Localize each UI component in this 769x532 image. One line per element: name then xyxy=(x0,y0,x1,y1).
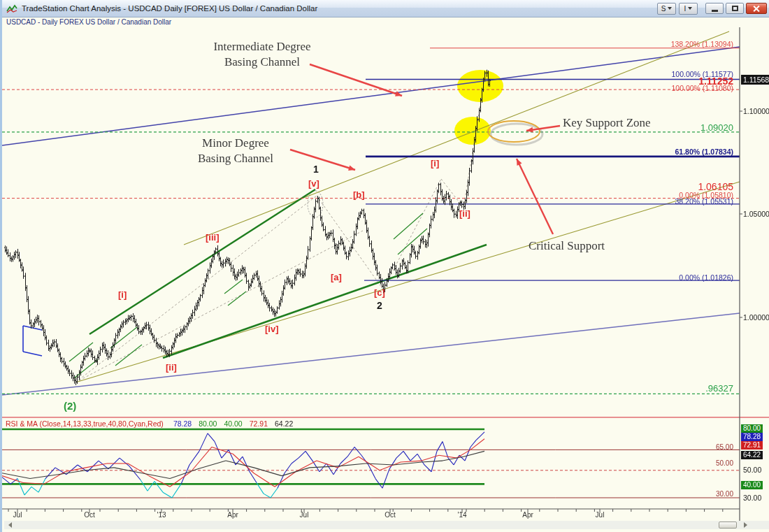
rsi-legend-value: 78.28 xyxy=(173,419,192,428)
rsi-legend-value: 72.91 xyxy=(250,419,268,428)
scrollbar-thumb[interactable] xyxy=(719,522,737,529)
x-axis-label: Oct xyxy=(82,511,96,519)
scroll-left-icon[interactable] xyxy=(8,522,12,528)
chevron-down-icon xyxy=(668,7,672,10)
wave-label: [c] xyxy=(374,287,385,298)
critical-support-note: Critical Support xyxy=(529,238,633,254)
wave-label: [ii] xyxy=(459,208,470,219)
wave-label: [b] xyxy=(353,189,365,200)
fib-label: 1.09020 xyxy=(700,122,733,133)
fib-label: 38.20% (1.05531) xyxy=(675,197,733,206)
rsi-inpane-label: 50.00 xyxy=(716,459,733,467)
window-title: TradeStation Chart Analysis - USDCAD Dai… xyxy=(22,4,654,13)
rsi-axis-badge: 78.28 xyxy=(741,433,763,441)
x-axis-label: Jul xyxy=(10,511,24,519)
scroll-right-icon[interactable] xyxy=(744,522,747,528)
wave-label: [iv] xyxy=(265,324,279,334)
wave-label: [ii] xyxy=(166,362,177,373)
rsi-inpane-label: 65.00 xyxy=(716,443,733,451)
fib-label: 61.80% (1.07834) xyxy=(675,148,733,156)
rsi-legend: RSI & MA (Close,14,13,33,true,40,80,Cyan… xyxy=(6,419,293,428)
rsi-axis-badge: 72.91 xyxy=(741,441,763,450)
rsi-legend-value: 64.22 xyxy=(275,419,293,428)
wave-label: [a] xyxy=(331,272,342,282)
rsi-axis-label: 50.00 xyxy=(743,466,761,474)
price-axis-label: 1.10000 xyxy=(743,107,769,115)
rsi-title: RSI & MA (Close,14,13,33,true,40,80,Cyan… xyxy=(6,419,164,428)
rsi-legend-value: 40.00 xyxy=(224,419,242,428)
intermediate-degree-channel-note: Intermediate DegreeBasing Channel xyxy=(185,39,339,70)
wave-label: [i] xyxy=(431,158,439,168)
price-axis-label: 1.00000 xyxy=(743,313,769,322)
wave-label: [v] xyxy=(308,178,319,189)
price-axis-label: 1.05000 xyxy=(743,210,769,218)
style-dropdown-button[interactable]: S xyxy=(657,3,676,15)
maximize-icon xyxy=(732,6,738,11)
wave-label: 1 xyxy=(313,164,319,175)
x-axis-label: Jul xyxy=(593,511,607,519)
indicator-dropdown-label: I xyxy=(684,5,687,13)
minimize-button[interactable] xyxy=(705,3,724,14)
close-icon xyxy=(753,5,760,12)
minimize-icon xyxy=(712,10,718,12)
minor-degree-channel-note: Minor DegreeBasing Channel xyxy=(161,136,310,166)
x-axis-label: '14 xyxy=(455,511,469,519)
chevron-down-icon xyxy=(688,7,692,10)
wave-label: 2 xyxy=(377,300,382,311)
tradestation-window: TradeStation Chart Analysis - USDCAD Dai… xyxy=(0,0,769,532)
fib-label: 100.00% (1.11080) xyxy=(671,84,733,92)
rsi-axis-label: 30.00 xyxy=(743,494,761,502)
rsi-inpane-label: 30.00 xyxy=(716,490,733,498)
x-axis-label: Apr xyxy=(226,511,240,519)
indicator-dropdown-button[interactable]: I xyxy=(679,3,698,15)
chart-canvas[interactable] xyxy=(2,0,769,532)
rsi-legend-value: 80.00 xyxy=(199,419,217,428)
chart-symbol-header: USDCAD - Daily FOREX US Dollar / Canadia… xyxy=(4,18,769,27)
close-button[interactable] xyxy=(746,3,767,14)
rsi-axis-badge: 64.22 xyxy=(741,451,763,459)
key-support-zone-note: Key Support Zone xyxy=(563,115,675,131)
fib-label: 138.20% (1.13094) xyxy=(671,40,733,48)
x-axis-label: Oct xyxy=(383,511,397,519)
x-axis-label: Apr xyxy=(521,511,535,519)
x-axis-label: '13 xyxy=(154,511,168,519)
style-dropdown-label: S xyxy=(661,5,666,13)
horizontal-scrollbar[interactable] xyxy=(4,521,769,529)
maximize-button[interactable] xyxy=(726,3,744,14)
rsi-axis-badge: 40.00 xyxy=(741,481,763,489)
wave-label: [iii] xyxy=(206,232,220,243)
app-icon xyxy=(6,4,17,13)
wave-label: (2) xyxy=(64,400,76,412)
last-price-badge: 1.11568 xyxy=(741,75,769,85)
fib-label: 0.00% (1.01826) xyxy=(679,273,733,282)
x-axis-label: Jul xyxy=(297,511,311,519)
fib-label: .96327 xyxy=(705,383,733,394)
rsi-axis-badge: 80.00 xyxy=(741,424,763,433)
window-titlebar[interactable]: TradeStation Chart Analysis - USDCAD Dai… xyxy=(2,0,769,17)
wave-label: [i] xyxy=(118,289,127,300)
